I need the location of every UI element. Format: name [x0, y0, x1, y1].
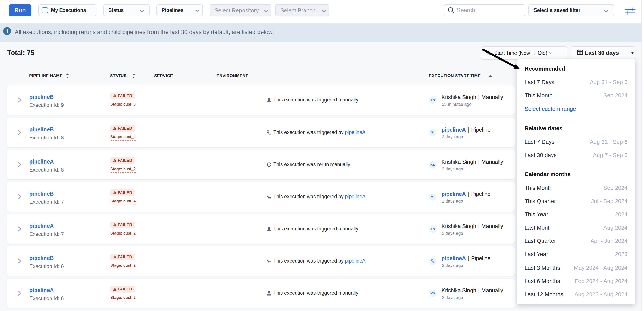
svg-text:i: i — [6, 28, 8, 34]
